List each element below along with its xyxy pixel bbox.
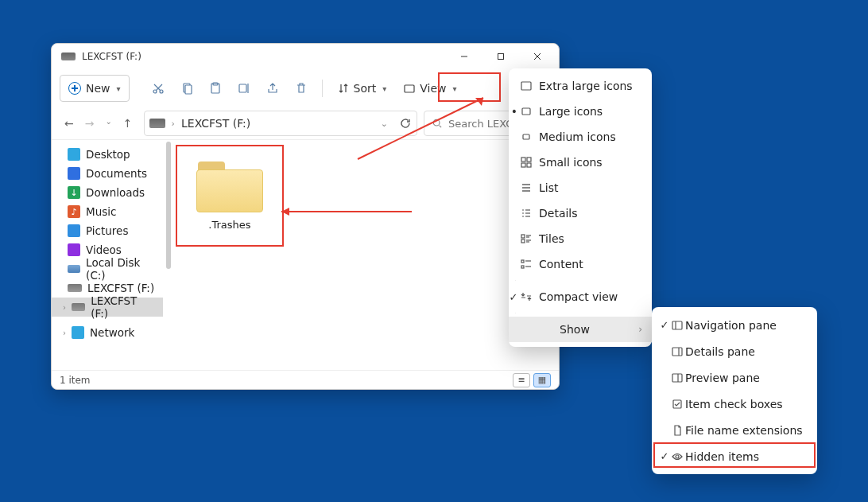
toolbar: New ▾ Sort ▾ View ▾ xyxy=(52,69,559,107)
menu-item-large-icons[interactable]: •Large icons xyxy=(509,99,652,124)
submenu-item-hidden-items[interactable]: ✓Hidden items xyxy=(652,443,817,469)
svg-rect-12 xyxy=(405,85,414,92)
scroll-thumb[interactable] xyxy=(166,142,171,269)
tiles-icon xyxy=(520,232,533,245)
search-icon xyxy=(432,118,442,129)
menu-item-label: Tiles xyxy=(539,232,564,245)
menu-item-label: List xyxy=(539,181,558,194)
up-button[interactable]: ↑ xyxy=(123,117,133,130)
menu-item-medium-icons[interactable]: Medium icons xyxy=(509,124,652,150)
forward-button[interactable]: → xyxy=(85,117,95,130)
new-button[interactable]: New ▾ xyxy=(60,75,130,102)
pictures-icon xyxy=(68,224,80,237)
documents-icon xyxy=(68,167,80,180)
recent-button[interactable]: ⌄ xyxy=(105,117,111,130)
svg-rect-23 xyxy=(527,158,531,161)
sidebar-item-pictures[interactable]: Pictures xyxy=(52,221,163,240)
copy-button[interactable] xyxy=(174,75,200,102)
sidebar-item-label: Local Disk (C:) xyxy=(86,256,155,282)
submenu-item-file-extensions[interactable]: File name extensions xyxy=(652,417,817,443)
svg-rect-21 xyxy=(523,134,529,139)
new-label: New xyxy=(86,82,110,95)
sidebar-item-local-disk[interactable]: Local Disk (C:) xyxy=(52,259,163,278)
submenu-item-navigation-pane[interactable]: ✓Navigation pane xyxy=(652,312,817,338)
rename-button[interactable] xyxy=(231,75,257,102)
details-pane-icon xyxy=(671,345,684,358)
paste-button[interactable] xyxy=(203,75,228,102)
downloads-icon: ↓ xyxy=(68,186,80,199)
medium-icons-icon xyxy=(520,130,533,143)
menu-item-tiles[interactable]: Tiles xyxy=(509,226,652,251)
videos-icon xyxy=(68,243,80,256)
check-icon: ✓ xyxy=(658,450,671,462)
menu-item-label: Content xyxy=(539,258,583,270)
share-button[interactable] xyxy=(260,75,285,102)
menu-item-small-icons[interactable]: Small icons xyxy=(509,150,652,175)
icons-layout-button[interactable]: ▦ xyxy=(533,373,551,387)
maximize-button[interactable] xyxy=(482,44,519,69)
address-row: ← → ⌄ ↑ › LEXCFST (F:) ⌄ xyxy=(52,107,559,139)
view-button[interactable]: View ▾ xyxy=(397,75,463,102)
chevron-down-icon[interactable]: ⌄ xyxy=(376,119,393,129)
chevron-down-icon: ▾ xyxy=(453,84,457,93)
folder-item[interactable] xyxy=(196,161,263,212)
svg-rect-22 xyxy=(521,158,525,161)
menu-item-show[interactable]: Show› xyxy=(509,317,652,342)
menu-item-list[interactable]: List xyxy=(509,175,652,200)
refresh-button[interactable] xyxy=(399,117,412,130)
large-icons-icon xyxy=(520,105,533,118)
check-icon: ✓ xyxy=(658,319,671,331)
menu-item-extra-large-icons[interactable]: Extra large icons xyxy=(509,73,652,99)
sidebar-item-lexcfst-selected[interactable]: ›LEXCFST (F:) xyxy=(52,298,163,317)
explorer-window: LEXCFST (F:) New ▾ xyxy=(51,43,560,390)
sidebar-item-downloads[interactable]: ↓Downloads xyxy=(52,183,163,202)
address-bar[interactable]: › LEXCFST (F:) ⌄ xyxy=(144,111,417,136)
preview-pane-icon xyxy=(671,372,684,384)
show-submenu: ✓Navigation pane Details pane Preview pa… xyxy=(652,307,817,474)
cut-button[interactable] xyxy=(145,75,171,102)
navigation-pane-icon xyxy=(671,319,684,332)
view-icon xyxy=(404,83,415,94)
menu-item-label: Medium icons xyxy=(539,130,616,143)
scrollbar[interactable] xyxy=(165,140,172,370)
menu-item-details[interactable]: Details xyxy=(509,200,652,226)
desktop-icon xyxy=(68,148,80,161)
submenu-item-preview-pane[interactable]: Preview pane xyxy=(652,364,817,391)
separator xyxy=(322,80,323,97)
svg-rect-19 xyxy=(521,82,531,90)
sidebar-item-label: Pictures xyxy=(86,224,128,237)
sidebar-item-documents[interactable]: Documents xyxy=(52,164,163,183)
sidebar-item-desktop[interactable]: Desktop xyxy=(52,145,163,164)
submenu-item-check-boxes[interactable]: Item check boxes xyxy=(652,391,817,417)
annotation-folder-highlight: .Trashes xyxy=(176,145,284,247)
title-bar: LEXCFST (F:) xyxy=(52,44,559,69)
menu-item-label: Details xyxy=(539,207,578,220)
details-icon xyxy=(520,207,533,220)
navigation-pane[interactable]: Desktop Documents ↓Downloads ♪Music Pict… xyxy=(52,140,163,370)
chevron-down-icon: ▾ xyxy=(382,84,386,93)
small-icons-icon xyxy=(520,156,533,169)
menu-item-compact-view[interactable]: ✓Compact view xyxy=(509,284,652,309)
chevron-right-icon: › xyxy=(63,303,66,312)
back-button[interactable]: ← xyxy=(64,117,74,130)
close-button[interactable] xyxy=(519,44,556,69)
svg-rect-49 xyxy=(672,374,682,382)
sidebar-item-network[interactable]: ›Network xyxy=(52,323,163,342)
minimize-button[interactable] xyxy=(446,44,482,69)
svg-rect-47 xyxy=(672,348,682,356)
menu-item-content[interactable]: Content xyxy=(509,251,652,277)
submenu-item-details-pane[interactable]: Details pane xyxy=(652,338,817,364)
sidebar-item-music[interactable]: ♪Music xyxy=(52,202,163,221)
delete-button[interactable] xyxy=(289,75,314,102)
folder-icon xyxy=(196,169,263,212)
music-icon: ♪ xyxy=(68,205,80,218)
extra-large-icons-icon xyxy=(520,80,533,92)
sort-button[interactable]: Sort ▾ xyxy=(331,75,394,102)
drive-icon xyxy=(61,53,76,60)
file-extensions-icon xyxy=(671,424,684,437)
svg-rect-10 xyxy=(239,84,246,92)
details-layout-button[interactable]: ≡ xyxy=(513,373,530,387)
svg-rect-38 xyxy=(521,239,525,243)
address-path: LEXCFST (F:) xyxy=(181,117,370,130)
content-area[interactable]: .Trashes xyxy=(163,140,559,370)
